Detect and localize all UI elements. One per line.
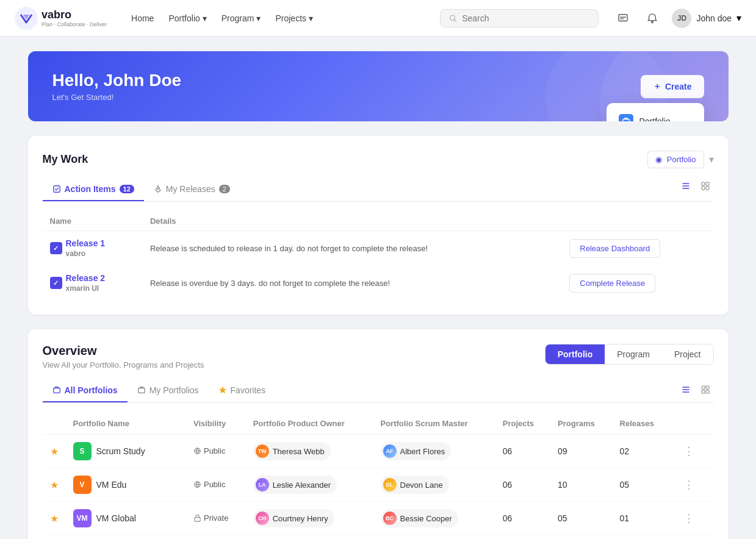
release-check-icon-1: ✓ [50,277,62,289]
user-area[interactable]: JD John doe ▾ [672,9,741,28]
visibility-tag-2: Private [193,513,228,523]
tab-action-items[interactable]: Action Items 12 [43,178,144,201]
my-work-title: My Work [43,153,88,166]
more-btn-1[interactable]: ⋮ [679,476,699,494]
tab-my-portfolios[interactable]: My Portfolios [128,379,209,402]
star-filled-icon[interactable]: ★ [50,480,59,490]
more-cell-0: ⋮ [671,435,714,468]
messages-icon-btn[interactable] [613,9,633,28]
logo[interactable]: vabro Plan · Collaborate · Deliver [15,7,107,30]
scrum-tag-1: DL Devon Lane [381,476,449,494]
overview-tabs: All Portfolios My Portfolios Favorites [43,379,714,403]
my-work-tabs: Action Items 12 My Releases 2 [43,178,714,202]
release-tag-1: ✓ Release 2 xmarin UI [50,273,106,293]
portfolio-dropdown-icon [619,114,633,122]
owner-cell-1: LA Leslie Alexander [246,468,373,502]
create-button[interactable]: ＋ Create [641,75,704,98]
nav-home[interactable]: Home [131,13,154,23]
svg-rect-12 [706,187,709,190]
scrum-avatar-2: BC [383,512,397,525]
notifications-icon-btn[interactable] [643,9,662,28]
tab-favorites[interactable]: Favorites [209,379,276,402]
owner-tag-0: TW Theresa Webb [253,442,331,460]
user-name: John doe [696,13,732,23]
messages-icon [617,13,628,24]
user-chevron-icon: ▾ [736,12,741,24]
app-tagline: Plan · Collaborate · Deliver [41,21,107,27]
ov-grid-view-btn[interactable] [697,382,714,399]
star-filled-icon[interactable]: ★ [50,513,59,524]
navbar: vabro Plan · Collaborate · Deliver Home … [0,0,756,37]
globe-icon [193,480,201,488]
overview-view-toggle [677,382,714,399]
toggle-portfolio[interactable]: Portfolio [545,344,605,364]
more-cell-3: ⋮ [671,535,714,540]
portfolio-name-0[interactable]: Scrum Study [96,446,145,456]
col-programs: Programs [550,413,613,435]
releases-cell-3: 06 [613,535,671,540]
portfolio-row-0: ★ S Scrum Study Public TW Theresa Webb A… [43,435,714,468]
work-action-1: Complete Release [562,266,713,301]
nav-program[interactable]: Program ▾ [221,13,261,23]
tab-my-releases[interactable]: My Releases 2 [144,178,240,201]
selector-chevron-icon: ▾ [709,154,714,165]
toggle-project[interactable]: Project [662,344,713,364]
avatar: JD [672,9,691,28]
more-btn-0[interactable]: ⋮ [679,442,699,460]
create-portfolio-item[interactable]: Portfolio [611,108,699,122]
col-scrum: Portfolio Scrum Master [373,413,495,435]
owner-cell-2: CH Courtney Henry [246,502,373,535]
nav-portfolio[interactable]: Portfolio ▾ [168,13,206,23]
svg-line-2 [455,20,456,21]
portfolio-name-2[interactable]: VM Global [96,513,136,523]
star-cell-3[interactable]: ☆ [43,535,66,540]
release-name-0[interactable]: Release 1 [66,238,106,248]
search-box[interactable] [440,9,599,27]
scrum-avatar-1: DL [383,478,397,491]
svg-rect-18 [706,390,709,393]
release-sub-1: xmarin UI [66,284,106,293]
star-cell-0[interactable]: ★ [43,435,66,468]
portfolio-selector[interactable]: ◉ Portfolio [647,151,704,168]
star-cell-2[interactable]: ★ [43,502,66,535]
portfolio-dropdown-label: Portfolio [639,116,671,122]
svg-rect-3 [619,14,627,21]
visibility-tag-1: Public [193,480,225,489]
nav-projects[interactable]: Projects ▾ [275,13,313,23]
list-view-btn[interactable] [677,179,694,196]
col-name: Name [43,212,143,231]
my-releases-badge: 2 [219,185,230,193]
star-filled-icon[interactable]: ★ [50,446,59,457]
tab-all-portfolios[interactable]: All Portfolios [43,379,128,402]
projects-chevron-icon: ▾ [309,13,313,23]
complete-release-btn[interactable]: Complete Release [569,274,655,293]
briefcase-icon [137,386,146,394]
scrum-tag-2: BC Bessie Cooper [381,509,458,527]
col-details: Details [143,212,562,231]
portfolio-name-1[interactable]: VM Edu [96,480,127,490]
col-visibility: Visibility [186,413,246,435]
releases-cell-1: 05 [613,468,671,502]
action-items-icon [52,185,61,193]
overview-subtitle: View All your Portfolio, Programs and Pr… [43,360,204,369]
more-btn-2[interactable]: ⋮ [679,509,699,527]
ov-list-icon [681,385,691,394]
owner-avatar-1: LA [256,478,269,491]
search-input[interactable] [462,13,589,23]
grid-view-btn[interactable] [697,179,714,196]
svg-rect-14 [138,388,145,393]
visibility-tag-0: Public [193,446,225,455]
portfolio-badge-1: V [73,476,92,494]
owner-tag-2: CH Courtney Henry [253,509,334,527]
release-dashboard-btn[interactable]: Release Dashboard [569,239,660,258]
col-more [671,413,714,435]
work-name-0: ✓ Release 1 vabro [43,231,143,266]
toggle-program[interactable]: Program [605,344,662,364]
release-name-1[interactable]: Release 2 [66,273,106,283]
ov-list-view-btn[interactable] [677,382,694,399]
star-cell-1[interactable]: ★ [43,468,66,502]
overview-header: Overview View All your Portfolio, Progra… [43,344,714,369]
programs-cell-0: 09 [550,435,613,468]
work-detail-0: Release is scheduled to release in 1 day… [143,231,562,266]
svg-rect-17 [702,390,705,393]
